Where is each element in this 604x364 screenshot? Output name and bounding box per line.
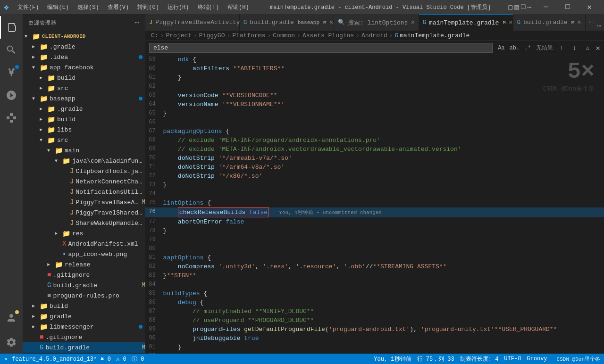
tree-root[interactable]: ▼ 📁 CLIENT-ANDROID xyxy=(23,31,145,41)
tree-item-proguard-baseapp[interactable]: ► ■ proguard-rules.pro xyxy=(23,290,145,301)
tab-close-4[interactable]: × xyxy=(577,19,581,26)
tree-item-baseapp[interactable]: ▼ 📁 baseapp xyxy=(23,93,145,104)
breadcrumb-piggygo[interactable]: PiggyGO xyxy=(199,32,225,39)
line-number: 77 xyxy=(145,217,161,226)
tab-search-lintoptions[interactable]: 🔍 搜索: lintOptions × xyxy=(334,14,419,31)
breadcrumb-project[interactable]: Project xyxy=(166,32,192,39)
tree-item-idea[interactable]: ► 📁 .idea xyxy=(23,52,145,62)
line-number: 87 xyxy=(145,307,161,316)
tab-close-1[interactable]: × xyxy=(329,19,333,26)
tree-item-notifications[interactable]: ► J NotificationsUtils.java xyxy=(23,187,145,197)
search-case-button[interactable]: Aa xyxy=(495,43,507,53)
breadcrumb-c[interactable]: C: xyxy=(151,32,159,39)
breadcrumb-android[interactable]: Android xyxy=(361,32,387,39)
code-line-86: 86 debug { xyxy=(145,298,604,307)
menu-file[interactable]: 文件(F) xyxy=(14,2,43,12)
menu-edit[interactable]: 编辑(E) xyxy=(43,2,73,12)
activity-debug[interactable] xyxy=(0,84,23,107)
tree-item-release[interactable]: ► 📁 release xyxy=(23,259,145,270)
tree-item-app-facebook[interactable]: ▼ 📁 app_facebook xyxy=(23,62,145,73)
search-input[interactable] xyxy=(149,43,493,53)
menu-help[interactable]: 帮助(H) xyxy=(224,2,253,12)
tree-item-gradle-root[interactable]: ► 📁 .gradle xyxy=(23,41,145,52)
tree-item-gitignore-baseapp[interactable]: ► ■ .gitignore xyxy=(23,270,145,280)
activity-search[interactable] xyxy=(0,39,23,61)
tree-item-gradle-folder[interactable]: ► 📁 gradle xyxy=(23,311,145,322)
line-number: 82 xyxy=(145,262,161,271)
code-line-78: 78 } xyxy=(145,226,604,235)
menu-goto[interactable]: 转到(G) xyxy=(134,2,163,12)
breadcrumb-file[interactable]: GmainTemplate.gradle xyxy=(394,32,470,39)
minimize-button[interactable]: — xyxy=(535,0,557,14)
tree-item-build-gradle-baseapp[interactable]: ► G build.gradle M xyxy=(23,280,145,290)
activity-source-control[interactable] xyxy=(0,61,23,84)
tab-build-gradle-baseapp[interactable]: G build.gradle baseapp M × xyxy=(240,14,334,31)
line-number: 72 xyxy=(145,172,161,181)
breadcrumb-platforms[interactable]: Platforms xyxy=(232,32,265,39)
status-branch[interactable]: ⚬ feature_4.5.0_android_13* xyxy=(4,356,97,363)
icon-window-2: ▤ xyxy=(514,2,519,12)
tree-item-src-baseapp[interactable]: ▼ 📁 src xyxy=(23,135,145,145)
tab-close-3[interactable]: × xyxy=(509,19,512,26)
search-word-button[interactable]: ab. xyxy=(509,43,520,53)
line-content: versionCode **VERSIONCODE** xyxy=(161,91,604,100)
tree-item-gitignore-root[interactable]: ► ■ .gitignore xyxy=(23,332,145,342)
status-position[interactable]: 行 75，列 33 xyxy=(417,355,454,363)
tab-close-2[interactable]: × xyxy=(411,19,414,26)
search-select-all-button[interactable]: △ xyxy=(582,43,593,53)
split-editor-button[interactable]: ⎴ xyxy=(589,22,594,30)
tree-item-build-facebook[interactable]: ► 📁 build xyxy=(23,73,145,83)
tree-item-src-facebook[interactable]: ► 📁 src xyxy=(23,83,145,93)
search-input-wrapper xyxy=(149,43,493,53)
search-prev-button[interactable]: ↑ xyxy=(556,43,566,53)
activity-explorer[interactable] xyxy=(0,16,23,39)
activity-settings[interactable] xyxy=(0,331,23,354)
tree-item-clipboard[interactable]: ► J ClipboardTools.java xyxy=(23,166,145,176)
tab-maintemplate-gradle[interactable]: G mainTemplate.gradle M × xyxy=(419,14,513,31)
code-editor[interactable]: 59 ndk { 60 abiFilters **ABIFILTERS** 61… xyxy=(145,55,604,354)
tree-item-share[interactable]: ► J ShareWakeUpHandler.java xyxy=(23,218,145,228)
status-spaces[interactable]: 制表符长度: 4 xyxy=(460,355,499,363)
search-regex-button[interactable]: .* xyxy=(522,43,533,53)
line-number: 66 xyxy=(145,118,161,127)
tree-item-build-gradle-root[interactable]: ► G build.gradle M xyxy=(23,342,145,353)
tab-piggy-activity[interactable]: J PiggyTravelBaseActivity.java M × xyxy=(145,14,240,31)
close-button[interactable]: ✕ xyxy=(579,0,600,14)
tree-item-build-root[interactable]: ► 📁 build xyxy=(23,301,145,311)
menu-view[interactable]: 查看(V) xyxy=(104,2,133,12)
menu-run[interactable]: 运行(R) xyxy=(164,2,193,12)
status-encoding[interactable]: UTF-8 xyxy=(504,356,521,362)
search-close-button[interactable]: ✕ xyxy=(596,43,600,53)
vscode-logo-icon: ❖ xyxy=(4,2,9,12)
menu-select[interactable]: 选择(S) xyxy=(74,2,103,12)
activity-extensions[interactable] xyxy=(0,107,23,129)
more-tabs-button[interactable]: ⋯ xyxy=(597,21,602,31)
line-number: 80 xyxy=(145,244,161,253)
activity-account[interactable] xyxy=(0,306,23,329)
menu-terminal[interactable]: 终端(T) xyxy=(194,2,223,12)
tree-item-libs[interactable]: ► 📁 libs xyxy=(23,124,145,135)
tree-item-res[interactable]: ► 📁 res xyxy=(23,228,145,239)
status-errors[interactable]: ✖ 0 △ 0 ⓘ 0 xyxy=(101,355,144,363)
maximize-button[interactable]: □ xyxy=(557,0,579,14)
line-number: 65 xyxy=(145,109,161,118)
tree-item-java-pkg[interactable]: ▼ 📁 java\com\aladinfun\baseapp xyxy=(23,156,145,166)
tree-item-network[interactable]: ► J NetworkConnectChangedReceiver.java xyxy=(23,176,145,187)
tree-item-piggy-activity[interactable]: ► J PiggyTravelBaseActivity.java M xyxy=(23,197,145,207)
tree-item-manifest[interactable]: ► X AndroidManifest.xml xyxy=(23,239,145,249)
breadcrumb-common[interactable]: Common xyxy=(273,32,295,39)
sidebar-more-button[interactable]: ⋯ xyxy=(134,18,140,27)
status-git-time[interactable]: You, 1秒钟前 xyxy=(374,355,411,363)
line-content: versionName '**VERSIONNAME**' xyxy=(161,100,604,109)
status-language[interactable]: Groovy xyxy=(527,356,547,362)
tree-item-prefs[interactable]: ► J PiggyTravelSharedPreferences.java xyxy=(23,207,145,218)
code-line-84: 84 xyxy=(145,280,604,289)
tree-item-icon-png[interactable]: ► ▪ app_icon-web.png xyxy=(23,249,145,259)
breadcrumb-assets[interactable]: Assets_Plugins xyxy=(302,32,354,39)
tree-item-gradle-baseapp[interactable]: ► 📁 .gradle xyxy=(23,104,145,114)
tree-item-libmessenger[interactable]: ► 📁 libmessenger xyxy=(23,322,145,332)
tree-item-main[interactable]: ▼ 📁 main xyxy=(23,145,145,156)
search-next-button[interactable]: ↓ xyxy=(569,43,579,53)
tab-build-gradle[interactable]: G build.gradle M × xyxy=(513,14,586,31)
tree-item-build-baseapp[interactable]: ► 📁 build xyxy=(23,114,145,124)
